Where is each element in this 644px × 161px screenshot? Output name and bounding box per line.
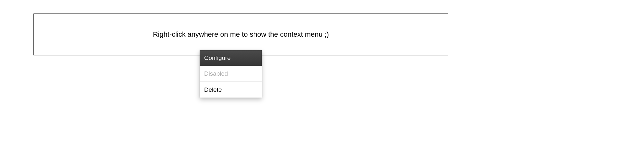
context-menu: Configure Disabled Delete xyxy=(200,50,262,98)
context-menu-item-label: Configure xyxy=(204,54,231,62)
context-menu-item-configure[interactable]: Configure xyxy=(200,50,262,66)
context-menu-item-disabled: Disabled xyxy=(200,66,262,82)
context-menu-target[interactable]: Right-click anywhere on me to show the c… xyxy=(33,14,448,55)
context-menu-item-label: Delete xyxy=(204,86,222,93)
instruction-text: Right-click anywhere on me to show the c… xyxy=(153,30,329,39)
context-menu-item-label: Disabled xyxy=(204,70,228,77)
context-menu-item-delete[interactable]: Delete xyxy=(200,82,262,98)
